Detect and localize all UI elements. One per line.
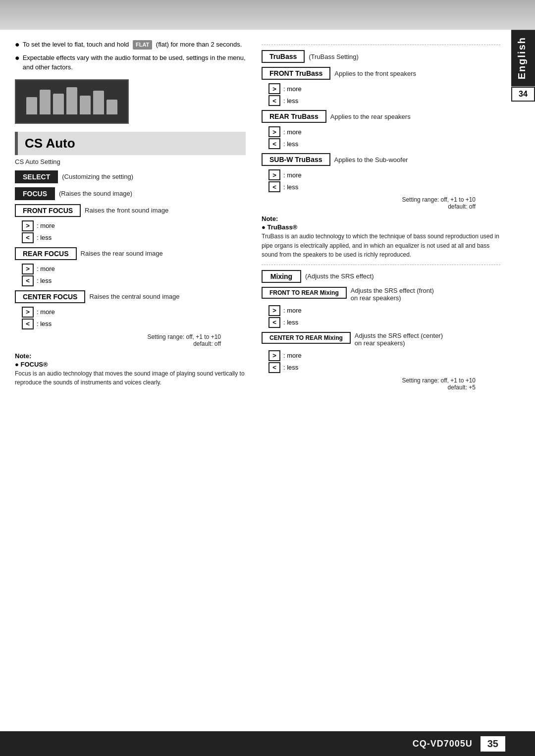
divider-top xyxy=(262,45,500,45)
trubass-note-text: TruBass is an audio technology to which … xyxy=(262,232,500,260)
setting-range-right: Setting range: off, +1 to +10 default: o… xyxy=(262,196,476,210)
front-focus-less: < : less xyxy=(22,232,246,243)
rear-focus-label: REAR FOCUS xyxy=(15,247,77,260)
more-label: : more xyxy=(37,222,55,229)
less-arrow-icon[interactable]: < xyxy=(22,275,34,286)
center-focus-desc: Raises the central sound image xyxy=(89,293,179,300)
center-to-rear-desc: Adjusts the SRS effect (center) on rear … xyxy=(355,332,443,347)
select-row: SELECT (Customizing the setting) xyxy=(15,170,246,183)
eq-bar xyxy=(40,90,51,114)
more-arrow-icon[interactable]: > xyxy=(268,126,280,137)
rear-trubass-label: REAR TruBass xyxy=(262,110,326,123)
bullet-dot-1: ● xyxy=(15,40,20,50)
center-to-rear-label: CENTER TO REAR Mixing xyxy=(262,332,351,344)
less-label: : less xyxy=(37,234,52,241)
less-label: : less xyxy=(283,319,298,326)
center-to-rear-less: < : less xyxy=(268,362,500,373)
front-trubass-more: > : more xyxy=(268,83,500,94)
more-label: : more xyxy=(283,171,302,179)
mixing-row: Mixing (Adjusts the SRS effect) xyxy=(262,270,500,283)
front-focus-group: FRONT FOCUS Raises the front sound image… xyxy=(15,204,246,243)
center-to-rear-row: CENTER TO REAR Mixing Adjusts the SRS ef… xyxy=(262,332,500,347)
subw-trubass-more: > : more xyxy=(268,169,500,180)
center-to-rear-group: CENTER TO REAR Mixing Adjusts the SRS ef… xyxy=(262,332,500,373)
trubass-note-bullet: ● TruBass® xyxy=(262,223,500,231)
less-arrow-icon[interactable]: < xyxy=(268,138,280,149)
top-banner xyxy=(0,0,535,30)
rear-focus-desc: Raises the rear sound image xyxy=(81,250,163,257)
less-arrow-icon[interactable]: < xyxy=(268,317,280,328)
mixing-label: Mixing xyxy=(262,270,301,283)
more-label: : more xyxy=(283,128,302,136)
center-focus-group: CENTER FOCUS Raises the central sound im… xyxy=(15,290,246,329)
focus-note-bullet: ● FOCUS® xyxy=(15,361,246,368)
bullet-dot-2: ● xyxy=(15,53,20,63)
eq-image xyxy=(15,79,129,124)
bullet-text-2: Expectable effects vary with the audio f… xyxy=(23,53,246,72)
less-arrow-icon[interactable]: < xyxy=(268,95,280,106)
eq-bar xyxy=(66,87,77,114)
front-trubass-desc: Applies to the front speakers xyxy=(334,70,416,77)
eq-bar xyxy=(53,94,64,114)
setting-range-mixing: Setting range: off, +1 to +10 default: +… xyxy=(262,377,476,391)
less-label: : less xyxy=(283,140,298,148)
more-arrow-icon[interactable]: > xyxy=(268,350,280,361)
eq-bar xyxy=(93,91,104,114)
less-arrow-icon[interactable]: < xyxy=(22,232,34,243)
eq-bar xyxy=(80,96,91,114)
front-trubass-group: FRONT TruBass Applies to the front speak… xyxy=(262,67,500,106)
bullet-text-1: To set the level to flat, touch and hold… xyxy=(23,40,242,50)
front-trubass-label: FRONT TruBass xyxy=(262,67,330,80)
trubass-desc: (TruBass Setting) xyxy=(309,53,359,60)
less-arrow-icon[interactable]: < xyxy=(268,362,280,373)
rear-focus-row: REAR FOCUS Raises the rear sound image xyxy=(15,247,246,260)
focus-desc: (Raises the sound image) xyxy=(59,190,132,197)
more-label: : more xyxy=(283,307,302,314)
setting-range-left: Setting range: off, +1 to +10 default: o… xyxy=(15,333,221,347)
trubass-row: TruBass (TruBass Setting) xyxy=(262,50,500,63)
more-label: : more xyxy=(37,265,55,272)
rear-trubass-desc: Applies to the rear speakers xyxy=(330,113,411,120)
rear-focus-less: < : less xyxy=(22,275,246,286)
focus-label: FOCUS xyxy=(15,187,55,200)
rear-trubass-group: REAR TruBass Applies to the rear speaker… xyxy=(262,110,500,149)
less-arrow-icon[interactable]: < xyxy=(268,181,280,192)
more-arrow-icon[interactable]: > xyxy=(268,169,280,180)
more-arrow-icon[interactable]: > xyxy=(22,307,34,318)
trubass-label: TruBass xyxy=(262,50,305,63)
right-column: TruBass (TruBass Setting) FRONT TruBass … xyxy=(258,40,500,395)
less-arrow-icon[interactable]: < xyxy=(22,319,34,329)
flat-label: FLAT xyxy=(133,40,152,50)
more-arrow-icon[interactable]: > xyxy=(268,305,280,316)
rear-trubass-less: < : less xyxy=(268,138,500,149)
center-focus-label: CENTER FOCUS xyxy=(15,290,85,303)
bullet-item-2: ● Expectable effects vary with the audio… xyxy=(15,53,246,72)
bottom-page-number: 35 xyxy=(481,736,505,752)
note-title-left: Note: xyxy=(15,352,246,360)
note-section-left: Note: ● FOCUS® Focus is an audio technol… xyxy=(15,352,246,387)
rear-trubass-more: > : more xyxy=(268,126,500,137)
subw-trubass-label: SUB-W TruBass xyxy=(262,153,330,166)
eq-bars xyxy=(26,87,117,116)
mixing-desc: (Adjusts the SRS effect) xyxy=(305,272,374,280)
page-number-box: 34 xyxy=(511,87,535,102)
eq-bar xyxy=(107,100,117,114)
center-focus-less: < : less xyxy=(22,319,246,329)
front-trubass-less: < : less xyxy=(268,95,500,106)
subw-trubass-less: < : less xyxy=(268,181,500,192)
more-arrow-icon[interactable]: > xyxy=(268,83,280,94)
front-to-rear-row: FRONT TO REAR Mixing Adjusts the SRS eff… xyxy=(262,287,500,302)
more-arrow-icon[interactable]: > xyxy=(22,264,34,274)
note-section-right: Note: ● TruBass® TruBass is an audio tec… xyxy=(262,215,500,260)
front-focus-more: > : more xyxy=(22,220,246,231)
less-label: : less xyxy=(283,364,298,371)
subw-trubass-group: SUB-W TruBass Applies to the Sub-woofer … xyxy=(262,153,500,192)
more-label: : more xyxy=(283,352,302,359)
front-to-rear-desc: Adjusts the SRS effect (front) on rear s… xyxy=(351,287,434,302)
more-label: : more xyxy=(37,308,55,316)
bullet-list: ● To set the level to flat, touch and ho… xyxy=(15,40,246,72)
more-arrow-icon[interactable]: > xyxy=(22,220,34,231)
more-label: : more xyxy=(283,85,302,93)
front-to-rear-less: < : less xyxy=(268,317,500,328)
cs-auto-heading: CS Auto xyxy=(15,132,246,155)
